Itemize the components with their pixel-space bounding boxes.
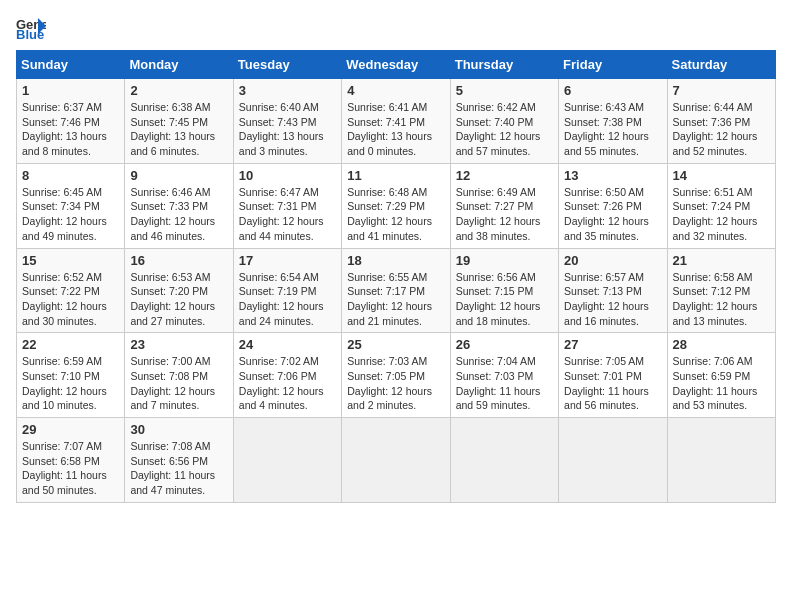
calendar-cell: 9Sunrise: 6:46 AM Sunset: 7:33 PM Daylig… [125, 163, 233, 248]
day-number: 23 [130, 337, 227, 352]
day-info: Sunrise: 7:00 AM Sunset: 7:08 PM Dayligh… [130, 354, 227, 413]
day-number: 14 [673, 168, 770, 183]
day-info: Sunrise: 6:40 AM Sunset: 7:43 PM Dayligh… [239, 100, 336, 159]
day-number: 12 [456, 168, 553, 183]
day-info: Sunrise: 6:55 AM Sunset: 7:17 PM Dayligh… [347, 270, 444, 329]
day-info: Sunrise: 6:47 AM Sunset: 7:31 PM Dayligh… [239, 185, 336, 244]
weekday-header-sunday: Sunday [17, 51, 125, 79]
calendar-week-4: 22Sunrise: 6:59 AM Sunset: 7:10 PM Dayli… [17, 333, 776, 418]
day-info: Sunrise: 6:59 AM Sunset: 7:10 PM Dayligh… [22, 354, 119, 413]
day-number: 8 [22, 168, 119, 183]
calendar-cell: 5Sunrise: 6:42 AM Sunset: 7:40 PM Daylig… [450, 79, 558, 164]
weekday-header-saturday: Saturday [667, 51, 775, 79]
calendar-cell: 3Sunrise: 6:40 AM Sunset: 7:43 PM Daylig… [233, 79, 341, 164]
calendar-cell [342, 418, 450, 503]
day-number: 30 [130, 422, 227, 437]
day-info: Sunrise: 6:38 AM Sunset: 7:45 PM Dayligh… [130, 100, 227, 159]
day-info: Sunrise: 6:53 AM Sunset: 7:20 PM Dayligh… [130, 270, 227, 329]
day-number: 19 [456, 253, 553, 268]
day-info: Sunrise: 6:46 AM Sunset: 7:33 PM Dayligh… [130, 185, 227, 244]
day-info: Sunrise: 6:51 AM Sunset: 7:24 PM Dayligh… [673, 185, 770, 244]
day-number: 21 [673, 253, 770, 268]
day-info: Sunrise: 6:58 AM Sunset: 7:12 PM Dayligh… [673, 270, 770, 329]
day-number: 16 [130, 253, 227, 268]
day-info: Sunrise: 6:37 AM Sunset: 7:46 PM Dayligh… [22, 100, 119, 159]
day-info: Sunrise: 7:07 AM Sunset: 6:58 PM Dayligh… [22, 439, 119, 498]
calendar-cell: 28Sunrise: 7:06 AM Sunset: 6:59 PM Dayli… [667, 333, 775, 418]
day-info: Sunrise: 6:42 AM Sunset: 7:40 PM Dayligh… [456, 100, 553, 159]
day-number: 22 [22, 337, 119, 352]
day-info: Sunrise: 6:52 AM Sunset: 7:22 PM Dayligh… [22, 270, 119, 329]
calendar-week-1: 1Sunrise: 6:37 AM Sunset: 7:46 PM Daylig… [17, 79, 776, 164]
page-header: General Blue [16, 16, 776, 40]
weekday-header-monday: Monday [125, 51, 233, 79]
day-number: 1 [22, 83, 119, 98]
day-number: 2 [130, 83, 227, 98]
calendar-cell [233, 418, 341, 503]
day-info: Sunrise: 6:43 AM Sunset: 7:38 PM Dayligh… [564, 100, 661, 159]
logo-icon: General Blue [16, 16, 46, 40]
calendar-cell [450, 418, 558, 503]
calendar-cell: 6Sunrise: 6:43 AM Sunset: 7:38 PM Daylig… [559, 79, 667, 164]
day-info: Sunrise: 7:08 AM Sunset: 6:56 PM Dayligh… [130, 439, 227, 498]
calendar-cell: 12Sunrise: 6:49 AM Sunset: 7:27 PM Dayli… [450, 163, 558, 248]
day-info: Sunrise: 6:45 AM Sunset: 7:34 PM Dayligh… [22, 185, 119, 244]
calendar-cell: 14Sunrise: 6:51 AM Sunset: 7:24 PM Dayli… [667, 163, 775, 248]
day-number: 4 [347, 83, 444, 98]
day-info: Sunrise: 7:06 AM Sunset: 6:59 PM Dayligh… [673, 354, 770, 413]
day-number: 13 [564, 168, 661, 183]
calendar-cell: 2Sunrise: 6:38 AM Sunset: 7:45 PM Daylig… [125, 79, 233, 164]
calendar-cell: 20Sunrise: 6:57 AM Sunset: 7:13 PM Dayli… [559, 248, 667, 333]
day-number: 20 [564, 253, 661, 268]
calendar-cell: 7Sunrise: 6:44 AM Sunset: 7:36 PM Daylig… [667, 79, 775, 164]
day-number: 7 [673, 83, 770, 98]
calendar-table: SundayMondayTuesdayWednesdayThursdayFrid… [16, 50, 776, 503]
calendar-week-3: 15Sunrise: 6:52 AM Sunset: 7:22 PM Dayli… [17, 248, 776, 333]
day-info: Sunrise: 6:56 AM Sunset: 7:15 PM Dayligh… [456, 270, 553, 329]
weekday-header-friday: Friday [559, 51, 667, 79]
calendar-cell: 30Sunrise: 7:08 AM Sunset: 6:56 PM Dayli… [125, 418, 233, 503]
calendar-cell: 23Sunrise: 7:00 AM Sunset: 7:08 PM Dayli… [125, 333, 233, 418]
day-number: 17 [239, 253, 336, 268]
day-number: 11 [347, 168, 444, 183]
calendar-cell [559, 418, 667, 503]
calendar-cell: 1Sunrise: 6:37 AM Sunset: 7:46 PM Daylig… [17, 79, 125, 164]
calendar-cell: 16Sunrise: 6:53 AM Sunset: 7:20 PM Dayli… [125, 248, 233, 333]
day-info: Sunrise: 6:41 AM Sunset: 7:41 PM Dayligh… [347, 100, 444, 159]
day-number: 28 [673, 337, 770, 352]
day-number: 26 [456, 337, 553, 352]
day-info: Sunrise: 7:04 AM Sunset: 7:03 PM Dayligh… [456, 354, 553, 413]
calendar-cell: 13Sunrise: 6:50 AM Sunset: 7:26 PM Dayli… [559, 163, 667, 248]
weekday-header-wednesday: Wednesday [342, 51, 450, 79]
day-number: 18 [347, 253, 444, 268]
calendar-cell: 10Sunrise: 6:47 AM Sunset: 7:31 PM Dayli… [233, 163, 341, 248]
day-info: Sunrise: 6:50 AM Sunset: 7:26 PM Dayligh… [564, 185, 661, 244]
calendar-cell: 29Sunrise: 7:07 AM Sunset: 6:58 PM Dayli… [17, 418, 125, 503]
day-number: 24 [239, 337, 336, 352]
day-info: Sunrise: 7:02 AM Sunset: 7:06 PM Dayligh… [239, 354, 336, 413]
day-number: 9 [130, 168, 227, 183]
calendar-cell: 17Sunrise: 6:54 AM Sunset: 7:19 PM Dayli… [233, 248, 341, 333]
day-number: 29 [22, 422, 119, 437]
calendar-week-5: 29Sunrise: 7:07 AM Sunset: 6:58 PM Dayli… [17, 418, 776, 503]
calendar-cell: 11Sunrise: 6:48 AM Sunset: 7:29 PM Dayli… [342, 163, 450, 248]
calendar-cell: 19Sunrise: 6:56 AM Sunset: 7:15 PM Dayli… [450, 248, 558, 333]
day-number: 5 [456, 83, 553, 98]
day-number: 27 [564, 337, 661, 352]
day-number: 10 [239, 168, 336, 183]
day-info: Sunrise: 6:49 AM Sunset: 7:27 PM Dayligh… [456, 185, 553, 244]
calendar-cell: 24Sunrise: 7:02 AM Sunset: 7:06 PM Dayli… [233, 333, 341, 418]
weekday-header-row: SundayMondayTuesdayWednesdayThursdayFrid… [17, 51, 776, 79]
calendar-cell: 21Sunrise: 6:58 AM Sunset: 7:12 PM Dayli… [667, 248, 775, 333]
calendar-week-2: 8Sunrise: 6:45 AM Sunset: 7:34 PM Daylig… [17, 163, 776, 248]
day-info: Sunrise: 7:03 AM Sunset: 7:05 PM Dayligh… [347, 354, 444, 413]
day-info: Sunrise: 7:05 AM Sunset: 7:01 PM Dayligh… [564, 354, 661, 413]
weekday-header-tuesday: Tuesday [233, 51, 341, 79]
day-number: 3 [239, 83, 336, 98]
calendar-cell: 25Sunrise: 7:03 AM Sunset: 7:05 PM Dayli… [342, 333, 450, 418]
day-info: Sunrise: 6:44 AM Sunset: 7:36 PM Dayligh… [673, 100, 770, 159]
day-info: Sunrise: 6:54 AM Sunset: 7:19 PM Dayligh… [239, 270, 336, 329]
logo: General Blue [16, 16, 50, 40]
calendar-cell: 18Sunrise: 6:55 AM Sunset: 7:17 PM Dayli… [342, 248, 450, 333]
calendar-cell: 26Sunrise: 7:04 AM Sunset: 7:03 PM Dayli… [450, 333, 558, 418]
